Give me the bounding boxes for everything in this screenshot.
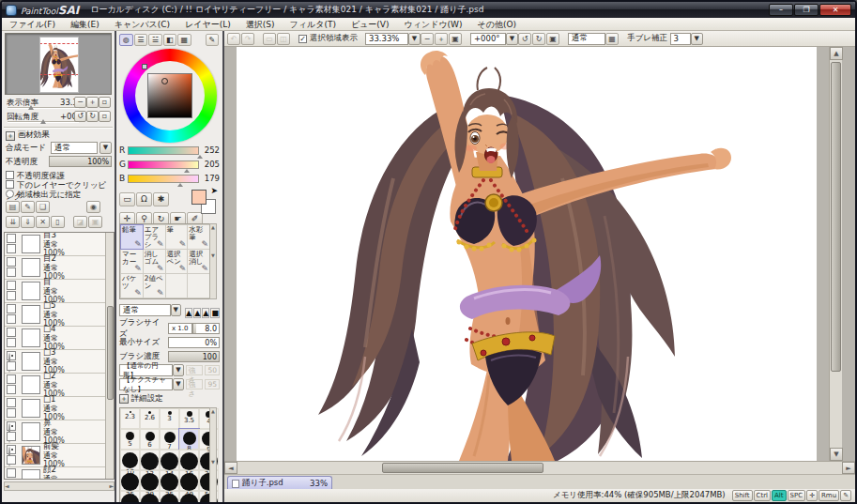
scroll-left-icon[interactable]: ◄: [224, 462, 237, 474]
material-effect-header[interactable]: ＋ 画材効果: [6, 130, 113, 141]
layer-toolbar-merge-down-icon[interactable]: ⇓: [21, 216, 35, 228]
navigator-view-rect[interactable]: [39, 43, 79, 75]
layer-toolbar-delete-layer-icon[interactable]: ▯: [51, 216, 65, 228]
chevron-down-icon[interactable]: ▼: [173, 378, 183, 390]
menu-1[interactable]: 編集(E): [63, 18, 107, 31]
wheel-icon[interactable]: ◍: [119, 34, 133, 46]
layer-row-□1[interactable]: □1通常100%: [5, 397, 114, 420]
brush-size-slider[interactable]: 8.0: [192, 323, 220, 334]
brush-size-16[interactable]: 16: [179, 450, 199, 470]
layer-row-鼻[interactable]: 鼻通常100%: [5, 420, 114, 444]
layer-toolbar-mask-a-icon[interactable]: ◪: [73, 216, 87, 228]
brush-tool-マーカー[interactable]: マーカー✎: [121, 250, 143, 273]
deselect-icon[interactable]: ▭: [263, 33, 276, 45]
menu-5[interactable]: フィルタ(T): [283, 18, 344, 31]
color-wheel[interactable]: [123, 49, 217, 143]
slider-thumb-B[interactable]: [177, 183, 183, 187]
close-button[interactable]: ✕: [819, 4, 851, 16]
brush-size-7[interactable]: 7: [160, 429, 179, 450]
expand-icon[interactable]: ＋: [119, 394, 129, 404]
navigator[interactable]: [5, 33, 112, 95]
lasso-tool-icon[interactable]: Ω: [136, 192, 152, 206]
scroll-up-icon[interactable]: ▲: [830, 47, 843, 60]
brush-size-3.5[interactable]: 3.5: [179, 408, 199, 429]
undo-icon[interactable]: ↶: [227, 33, 240, 45]
layer-visibility-toggle[interactable]: [7, 445, 16, 454]
layer-thumbnail[interactable]: [22, 258, 40, 277]
opacity-slider[interactable]: 100%: [49, 156, 112, 167]
menu-7[interactable]: ウィンドウ(W): [397, 18, 470, 31]
layer-toolbar-clear-layer-icon[interactable]: ✕: [36, 216, 50, 228]
layer-row-□2[interactable]: □2通常100%: [5, 374, 114, 397]
brush-size-25[interactable]: 25: [120, 470, 140, 491]
layer-thumbnail[interactable]: [22, 469, 40, 480]
layer-toolbar-mask-b-icon[interactable]: ▣: [88, 216, 102, 228]
layer-thumbnail[interactable]: [22, 235, 40, 253]
rotate-cw-button[interactable]: ↻: [532, 33, 545, 45]
brush-size-10[interactable]: 10: [120, 450, 140, 470]
brush-size-8[interactable]: 8: [179, 429, 199, 450]
document-tab[interactable]: 踊り子.psd 33%: [227, 476, 332, 490]
chevron-down-icon[interactable]: ▼: [506, 33, 518, 45]
canvas-angle-select[interactable]: +000°: [470, 33, 506, 45]
selection-source-option[interactable]: 領域検出元に指定: [6, 190, 113, 201]
hscrollbar-thumb[interactable]: [382, 463, 543, 473]
brush-size-3[interactable]: 3: [160, 408, 179, 429]
blend-mode-select[interactable]: 通常: [51, 142, 98, 154]
layer-thumbnail[interactable]: [22, 422, 40, 441]
chevron-down-icon[interactable]: ▼: [173, 364, 183, 376]
layer-visibility-toggle[interactable]: [7, 234, 16, 243]
layer-row-□3[interactable]: □3通常100%: [5, 350, 114, 374]
layer-visibility-toggle[interactable]: [7, 398, 16, 407]
layer-row-□4[interactable]: □4通常100%: [5, 327, 114, 350]
size-palette-scrollbar[interactable]: ▲▼: [209, 407, 217, 504]
edge-mode-select[interactable]: 通常: [119, 304, 171, 316]
zoom-in-button[interactable]: ＋: [435, 33, 448, 45]
rgb-sliders-icon[interactable]: ☰: [134, 34, 148, 46]
edge-shape-2[interactable]: ▲: [202, 308, 209, 318]
chevron-down-icon[interactable]: ▼: [171, 304, 181, 316]
layer-toolbar-new-layer-icon[interactable]: ▤: [6, 201, 20, 213]
advanced-settings-header[interactable]: ＋ 詳細設定: [119, 391, 220, 405]
navigator-thumbnail[interactable]: [39, 37, 79, 93]
layer-visibility-toggle[interactable]: [7, 421, 16, 431]
brush-tool-鉛筆[interactable]: 鉛筆✎: [121, 225, 143, 249]
view-quality-icon[interactable]: ▦: [605, 33, 619, 45]
layer-thumbnail[interactable]: [22, 375, 40, 394]
brush-tool-選択消し[interactable]: 選択消し✎: [188, 250, 209, 273]
layer-visibility-toggle[interactable]: [7, 257, 16, 267]
brush-size-5[interactable]: 5: [120, 429, 140, 450]
layer-visibility-toggle[interactable]: [7, 351, 16, 360]
layer-row-目3[interactable]: 目3通常100%: [5, 233, 114, 256]
brush-size-6[interactable]: 6: [140, 429, 160, 450]
brush-size-70[interactable]: 70: [140, 491, 160, 504]
slider-track-G[interactable]: [128, 160, 199, 169]
brush-tool-empty[interactable]: [188, 274, 209, 298]
edge-shape-0[interactable]: ▲: [185, 308, 192, 318]
chevron-down-icon[interactable]: ▼: [99, 142, 112, 154]
rect-select-tool-icon[interactable]: ▭: [119, 192, 135, 206]
brush-size-14[interactable]: 14: [160, 450, 179, 470]
edge-shape-3[interactable]: ■: [210, 308, 220, 318]
zoom-reset-button[interactable]: ▣: [449, 33, 462, 45]
layer-lock-toggle[interactable]: [7, 408, 16, 418]
checkbox-icon[interactable]: [6, 180, 14, 189]
brush-tool-水彩筆[interactable]: 水彩筆✎: [188, 225, 209, 249]
brush-size-2.6[interactable]: 2.6: [140, 408, 160, 429]
scratchpad-icon[interactable]: ✎: [206, 34, 220, 46]
brush-size-35[interactable]: 35: [160, 470, 179, 491]
brush-size-2.3[interactable]: 2.3: [120, 408, 140, 429]
view-quality-select[interactable]: 通常: [568, 33, 605, 45]
chevron-down-icon[interactable]: ▼: [691, 33, 703, 45]
layer-row-顔2[interactable]: 顔2通常100%: [5, 467, 114, 480]
swatches-icon[interactable]: ▦: [177, 34, 191, 46]
layer-row-前髪[interactable]: 前髪通常100%: [5, 444, 114, 467]
brush-tool-2値ペン[interactable]: 2値ペン✎: [144, 274, 165, 298]
layer-lock-toggle[interactable]: [7, 361, 16, 371]
scroll-down-icon[interactable]: ▼: [830, 448, 843, 461]
rotate-reset-button[interactable]: ▣: [546, 33, 559, 45]
layer-toolbar-transfer-down-icon[interactable]: ⇊: [6, 216, 20, 228]
layer-lock-toggle[interactable]: [7, 267, 16, 277]
checkbox-icon[interactable]: [6, 171, 14, 179]
edge-shape-1[interactable]: ▲: [193, 308, 201, 318]
